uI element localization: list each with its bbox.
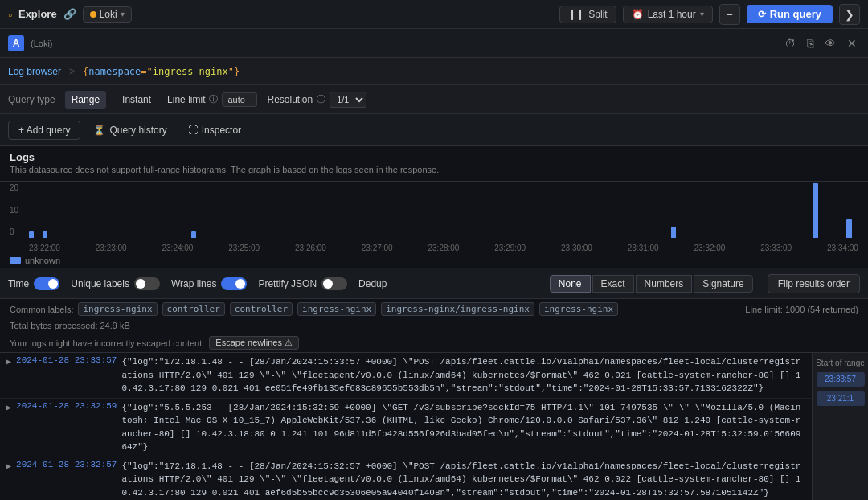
chart-bars — [29, 183, 858, 238]
history-icon: ⏳ — [93, 125, 105, 136]
datasource-dot — [90, 11, 96, 18]
flip-results-button[interactable]: Flip results order — [768, 274, 860, 293]
chart-bar — [252, 237, 256, 238]
chart-bar — [56, 237, 61, 238]
top-bar: ▫ Explore 🔗 Loki ▾ ❙❙ Split ⏰ Last 1 hou… — [0, 0, 868, 29]
log-text: {"log":"172.18.1.48 - - [28/Jan/2024:15:… — [121, 355, 805, 395]
prettify-json-toggle[interactable] — [321, 277, 347, 290]
query-datasource-label: (Loki) — [31, 39, 53, 48]
query-copy-button[interactable]: ⎘ — [804, 35, 817, 51]
label-tag-2: controller — [162, 302, 225, 316]
chart-bar — [225, 237, 230, 238]
query-history-button[interactable]: ⏳ Query history — [85, 121, 174, 139]
run-query-button[interactable]: ⟳ Run query — [747, 5, 833, 23]
datasource-selector[interactable]: Loki ▾ — [83, 6, 132, 23]
y-label-10: 10 — [10, 206, 27, 215]
log-browser-link[interactable]: Log browser — [8, 66, 61, 77]
resolution-select[interactable]: 1/1 1/2 1/3 — [330, 92, 366, 108]
chart-bar — [313, 237, 317, 238]
chart-bar — [542, 237, 547, 238]
chart-bar — [854, 237, 858, 238]
filter-signature-button[interactable]: Signature — [694, 275, 752, 293]
side-time-2: 23:21:1 — [817, 391, 865, 406]
log-entry[interactable]: ▶2024-01-28 23:32:57{"log":"172.18.1.48 … — [0, 457, 812, 501]
log-entries-wrap: ▶2024-01-28 23:33:57{"log":"172.18.1.48 … — [0, 353, 812, 500]
escape-notice: Your logs might have incorrectly escaped… — [0, 334, 868, 353]
query-row: A (Loki) ⏱ ⎘ 👁 ✕ — [0, 29, 868, 58]
split-button[interactable]: ❙❙ Split — [559, 6, 616, 23]
chart-bar — [265, 237, 270, 238]
chart-bar — [650, 237, 655, 238]
label-tag-3: controller — [230, 302, 293, 316]
filter-exact-button[interactable]: Exact — [592, 275, 634, 293]
chart-bar — [745, 237, 750, 238]
query-close-button[interactable]: ✕ — [844, 35, 860, 51]
chart-area[interactable] — [29, 183, 858, 238]
x-label: 23:27:00 — [362, 244, 393, 252]
line-limit-info-icon[interactable]: ⓘ — [209, 93, 218, 105]
chart-bar — [259, 237, 264, 238]
x-label: 23:25:00 — [228, 244, 260, 252]
log-entry[interactable]: ▶2024-01-28 23:33:57{"log":"172.18.1.48 … — [0, 353, 812, 399]
query-visibility-button[interactable]: 👁 — [821, 35, 839, 51]
chart-bar — [400, 237, 405, 238]
chart-bar — [671, 227, 676, 238]
inspector-button[interactable]: ⛶ Inspector — [180, 121, 249, 139]
line-limit-input[interactable] — [222, 92, 257, 107]
chart-bar — [110, 237, 115, 238]
wrap-lines-toggle[interactable] — [221, 277, 247, 290]
tab-instant[interactable]: Instant — [116, 91, 158, 109]
chart-bar — [29, 231, 34, 238]
chart-bar — [407, 237, 412, 238]
chart-bar — [380, 237, 385, 238]
tab-range[interactable]: Range — [65, 91, 106, 109]
time-toggle[interactable] — [34, 277, 59, 290]
log-entry[interactable]: ▶2024-01-28 23:32:59{"log":"5.5.5.253 - … — [0, 399, 812, 457]
chart-bar — [475, 237, 480, 238]
filter-none-button[interactable]: None — [550, 275, 591, 293]
resolution-group: Resolution ⓘ 1/1 1/2 1/3 — [267, 92, 366, 108]
chart-bar — [786, 237, 791, 238]
chart-bar — [840, 237, 845, 238]
query-letter: A — [8, 35, 24, 51]
filter-numbers-button[interactable]: Numbers — [636, 275, 693, 293]
escape-newlines-button[interactable]: Escape newlines ⚠ — [209, 336, 299, 350]
chart-bar — [725, 237, 730, 238]
action-row: + Add query ⏳ Query history ⛶ Inspector — [0, 114, 868, 146]
chart-bar — [590, 237, 595, 238]
query-history-icon-button[interactable]: ⏱ — [781, 35, 799, 51]
log-expand-arrow[interactable]: ▶ — [6, 403, 11, 412]
chart-bar — [90, 237, 95, 238]
add-query-button[interactable]: + Add query — [8, 121, 80, 140]
refresh-icon: ⟳ — [758, 9, 766, 20]
log-expand-arrow[interactable]: ▶ — [6, 461, 11, 471]
chart-bar — [604, 237, 608, 238]
time-range-button[interactable]: ⏰ Last 1 hour ▾ — [623, 6, 713, 23]
chart-bar — [117, 237, 121, 238]
legend-color-box — [10, 257, 21, 264]
chart-bar — [205, 237, 210, 238]
logs-notice: This datasource does not support full-ra… — [10, 165, 858, 174]
chart-bar — [522, 237, 527, 238]
chart-bar — [779, 237, 784, 238]
chart-container: 20 10 0 23:22:0023:23:0023:24:0023:25:00… — [0, 182, 868, 254]
chart-bar — [272, 237, 277, 238]
limit-info: Line limit: 1000 (54 returned) — [745, 305, 858, 314]
chart-bar — [481, 237, 486, 238]
chart-bar — [340, 237, 345, 238]
log-expand-arrow[interactable]: ▶ — [6, 357, 11, 367]
resolution-info-icon[interactable]: ⓘ — [317, 93, 326, 105]
chart-bar — [83, 237, 88, 238]
x-label: 23:23:00 — [96, 244, 127, 252]
forward-button[interactable]: ❯ — [839, 4, 860, 25]
chart-bar — [751, 237, 756, 238]
chart-bar — [306, 237, 311, 238]
share-icon[interactable]: 🔗 — [63, 8, 76, 20]
unique-labels-toggle[interactable] — [134, 277, 160, 290]
chart-bar — [691, 237, 696, 238]
explore-icon: ▫ — [8, 8, 12, 21]
zoom-out-button[interactable]: − — [719, 4, 740, 25]
chevron-down-icon: ▾ — [700, 10, 704, 18]
chart-bar — [49, 237, 54, 238]
log-browser-bar: Log browser > {namespace="ingress-nginx"… — [0, 58, 868, 85]
